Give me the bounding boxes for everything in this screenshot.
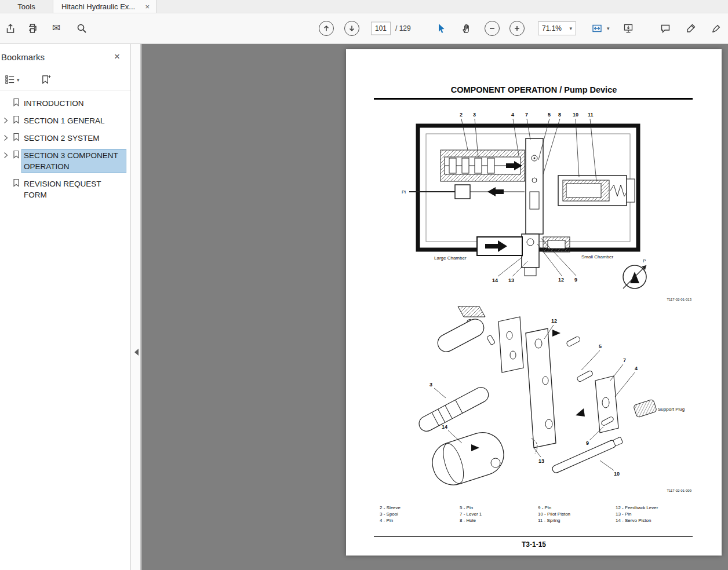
legend-item: 2 - Sleeve <box>380 505 457 511</box>
fig2-callout-7: 7 <box>623 357 626 363</box>
chevron-right-icon[interactable] <box>1 149 10 159</box>
fig1-label-p: P <box>643 258 646 264</box>
previous-page-button[interactable] <box>316 18 337 39</box>
bookmark-item-section3-selected[interactable]: SECTION 3 COMPONENT OPERATION <box>0 149 130 173</box>
legend-item: 4 - Pin <box>380 517 457 524</box>
zoom-level-value: 71.1% <box>542 24 562 32</box>
legend-item: 7 - Lever 1 <box>460 511 537 517</box>
legend-item: 13 - Pin <box>616 511 693 517</box>
bookmark-label: SECTION 1 GENERAL <box>22 115 126 127</box>
fig1-label-pi: Pi <box>402 189 406 195</box>
acrobat-window: Tools Hitachi Hydraulic Ex... × ✉ <box>0 0 728 570</box>
page-count-label: / 129 <box>395 24 411 32</box>
bookmark-label: SECTION 3 COMPONENT OPERATION <box>22 149 126 173</box>
comment-button[interactable] <box>655 18 676 39</box>
add-bookmark-button[interactable] <box>38 72 54 87</box>
zoom-level-select[interactable]: 71.1% ▾ <box>538 21 576 35</box>
tab-document-label: Hitachi Hydraulic Ex... <box>61 2 135 11</box>
bookmark-options-caret-icon: ▾ <box>17 77 20 83</box>
page-number-input[interactable] <box>371 21 391 35</box>
sign-pen-icon <box>711 23 722 34</box>
legend-item: 11 - Spring <box>538 517 616 524</box>
print-button[interactable] <box>22 18 43 39</box>
hand-tool-icon <box>461 23 472 34</box>
fig1-callout-12: 12 <box>558 277 564 283</box>
select-tool-button[interactable] <box>431 18 452 39</box>
legend-item: 12 - Feedback Lever <box>616 505 693 511</box>
chevron-right-icon[interactable] <box>1 132 10 141</box>
legend-item: 5 - Pin <box>460 505 537 511</box>
fig2-callout-12: 12 <box>551 318 557 324</box>
bookmark-options-button[interactable]: ▾ <box>2 72 22 87</box>
sign-button[interactable] <box>706 18 727 39</box>
fig2-callout-10: 10 <box>614 471 620 477</box>
main-toolbar: ✉ / 129 <box>0 13 728 43</box>
tab-tools-label: Tools <box>17 2 35 11</box>
email-icon: ✉ <box>52 22 60 34</box>
bookmarks-list: INTRODUCTION SECTION 1 GENERAL SECTION <box>0 97 130 206</box>
tab-document[interactable]: Hitachi Hydraulic Ex... × <box>53 0 156 13</box>
footer-rule <box>374 536 693 537</box>
highlight-button[interactable] <box>680 18 701 39</box>
document-canvas[interactable]: COMPONENT OPERATION / Pump Device <box>141 44 728 570</box>
page-up-icon <box>319 21 334 36</box>
zoom-in-icon <box>509 21 525 36</box>
collapse-arrow-icon <box>134 349 139 356</box>
fig2-callout-5: 5 <box>599 344 602 349</box>
marquee-zoom-button[interactable] <box>71 18 92 39</box>
zoom-out-button[interactable] <box>482 18 503 39</box>
fig2-callout-13: 13 <box>538 458 544 464</box>
zoom-search-icon <box>76 23 88 34</box>
tab-tools[interactable]: Tools <box>0 0 53 13</box>
next-page-button[interactable] <box>341 18 362 39</box>
fig1-callout-11: 11 <box>588 112 594 118</box>
chevron-right-icon[interactable] <box>1 115 10 124</box>
bookmark-icon <box>10 178 22 187</box>
bookmarks-panel-title: Bookmarks <box>1 52 45 62</box>
fig1-callout-10: 10 <box>573 112 578 118</box>
bookmark-icon <box>10 132 22 141</box>
share-button[interactable] <box>0 18 21 39</box>
page-footer-number: T3-1-15 <box>346 540 722 549</box>
bookmark-item-section1[interactable]: SECTION 1 GENERAL <box>0 115 130 127</box>
fig1-label-small-chamber: Small Chamber <box>581 254 613 260</box>
hand-tool-button[interactable] <box>456 18 477 39</box>
collapse-panel-button[interactable] <box>133 345 140 359</box>
tab-bar: Tools Hitachi Hydraulic Ex... × <box>0 0 728 13</box>
bookmarks-toolbar: ▾ <box>0 70 130 90</box>
fig2-callout-9: 9 <box>586 440 589 446</box>
tab-close-icon[interactable]: × <box>143 2 151 11</box>
select-cursor-icon <box>435 23 447 34</box>
fit-options-caret-icon[interactable]: ▾ <box>607 25 610 31</box>
email-button[interactable]: ✉ <box>46 18 67 39</box>
page-down-icon <box>344 21 359 36</box>
figure2-exploded-view: 12 5 7 4 3 14 13 9 10 Support Plug T117-… <box>346 305 722 496</box>
page-display-button[interactable] <box>618 18 639 39</box>
fig1-callout-2: 2 <box>460 112 463 118</box>
share-icon <box>5 23 16 34</box>
bookmark-options-icon <box>5 74 16 85</box>
fig1-callout-5: 5 <box>548 112 551 118</box>
bookmark-item-introduction[interactable]: INTRODUCTION <box>0 97 130 109</box>
title-rule <box>374 98 693 100</box>
fig1-callout-3: 3 <box>473 112 476 118</box>
zoom-in-button[interactable] <box>507 18 527 39</box>
fig2-label-support-plug: Support Plug <box>658 407 685 412</box>
legend-item: 9 - Pin <box>538 505 616 511</box>
bookmark-item-revision[interactable]: REVISION REQUEST FORM <box>0 178 130 201</box>
bookmark-item-section2[interactable]: SECTION 2 SYSTEM <box>0 132 130 144</box>
fit-width-button[interactable] <box>587 18 607 39</box>
bookmark-label: SECTION 2 SYSTEM <box>22 132 126 144</box>
fig1-label-large-chamber: Large Chamber <box>434 255 467 261</box>
panel-splitter[interactable] <box>131 44 141 570</box>
pdf-page: COMPONENT OPERATION / Pump Device <box>346 49 722 556</box>
fig2-callout-14: 14 <box>442 424 447 430</box>
bookmark-label: REVISION REQUEST FORM <box>22 178 126 201</box>
fig1-callout-9: 9 <box>574 277 577 283</box>
comment-icon <box>660 23 671 34</box>
bookmark-icon <box>10 97 22 107</box>
legend-item: 3 - Spool <box>380 511 457 517</box>
highlight-pen-icon <box>685 23 697 34</box>
bookmarks-close-icon[interactable]: × <box>114 51 120 63</box>
legend-item: 10 - Pilot Piston <box>538 511 616 517</box>
